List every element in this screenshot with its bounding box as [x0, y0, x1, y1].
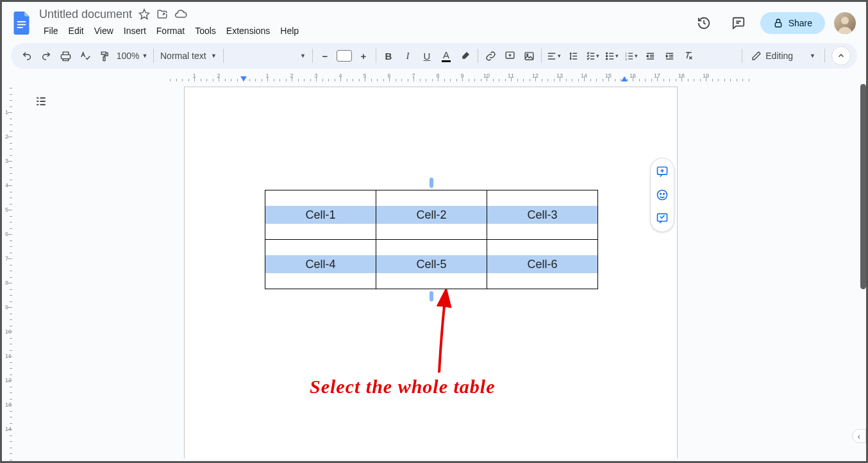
zoom-dropdown[interactable]: 100%▼: [113, 48, 151, 63]
add-comment-button[interactable]: [501, 47, 519, 65]
numbered-list-button[interactable]: 123▾: [622, 47, 640, 65]
annotation-text: Select the whole table: [310, 376, 495, 398]
star-icon[interactable]: [138, 8, 150, 20]
menu-edit[interactable]: Edit: [64, 23, 88, 38]
pencil-icon: [751, 51, 762, 61]
move-icon[interactable]: [156, 8, 168, 20]
svg-point-17: [658, 190, 667, 200]
suggest-edits-side-button[interactable]: [653, 208, 672, 228]
collapse-toolbar-button[interactable]: [831, 46, 851, 65]
bold-button[interactable]: B: [380, 47, 397, 65]
comment-icon[interactable]: [726, 10, 751, 36]
spellcheck-button[interactable]: [76, 47, 94, 65]
highlight-button[interactable]: [456, 47, 474, 65]
svg-rect-3: [775, 22, 781, 27]
toolbar: 100%▼ Normal text▼ ▼ − + B I U A ▾ ▾ ▾ 1…: [11, 43, 857, 69]
menu-help[interactable]: Help: [276, 23, 303, 38]
svg-rect-2: [17, 27, 23, 28]
editing-mode-dropdown[interactable]: Editing ▼: [745, 48, 822, 63]
first-line-indent-marker[interactable]: [240, 76, 247, 83]
svg-text:3: 3: [625, 57, 627, 60]
line-spacing-button[interactable]: [564, 47, 582, 65]
menu-tools[interactable]: Tools: [190, 23, 221, 38]
menu-format[interactable]: Format: [152, 23, 189, 38]
history-icon[interactable]: [691, 10, 717, 36]
vertical-scrollbar[interactable]: [860, 84, 866, 446]
align-button[interactable]: ▾: [545, 47, 563, 65]
print-button[interactable]: [56, 47, 74, 65]
table-cell[interactable]: Cell-4: [265, 240, 376, 289]
annotation-arrow: [413, 289, 465, 379]
undo-button[interactable]: [18, 47, 36, 65]
vertical-ruler[interactable]: 1234567891011121314: [3, 85, 13, 459]
increase-font-button[interactable]: +: [355, 47, 372, 65]
svg-point-4: [841, 17, 849, 24]
paragraph-style-dropdown[interactable]: Normal text▼: [156, 48, 221, 63]
document-title[interactable]: Untitled document: [39, 8, 132, 21]
expand-sidepanel-button[interactable]: ‹: [852, 429, 866, 443]
clear-formatting-button[interactable]: [680, 47, 697, 65]
font-dropdown[interactable]: ▼: [226, 50, 310, 62]
insert-link-button[interactable]: [481, 47, 499, 65]
svg-point-10: [606, 53, 607, 54]
cloud-status-icon[interactable]: [174, 8, 187, 20]
menu-extensions[interactable]: Extensions: [222, 23, 274, 38]
svg-rect-0: [17, 21, 26, 22]
title-bar: Untitled document File Edit View Insert …: [2, 2, 866, 40]
table-row[interactable]: Cell-4 Cell-5 Cell-6: [265, 240, 598, 289]
menu-insert[interactable]: Insert: [119, 23, 151, 38]
decrease-font-button[interactable]: −: [316, 47, 334, 65]
svg-point-19: [664, 194, 665, 195]
docs-logo-icon[interactable]: [10, 10, 35, 36]
svg-rect-1: [17, 24, 26, 26]
account-avatar[interactable]: [834, 12, 856, 34]
table-cell[interactable]: Cell-1: [265, 190, 376, 240]
menu-file[interactable]: File: [39, 23, 63, 38]
add-comment-side-button[interactable]: [653, 162, 672, 181]
selection-handle-top[interactable]: [430, 178, 433, 188]
bulleted-list-button[interactable]: ▾: [603, 47, 621, 65]
horizontal-ruler[interactable]: 2112345678910111213141516171819: [11, 72, 857, 83]
right-indent-marker[interactable]: [621, 76, 628, 83]
share-label: Share: [789, 18, 812, 28]
paint-format-button[interactable]: [95, 47, 113, 65]
increase-indent-button[interactable]: [660, 47, 678, 65]
svg-point-18: [660, 194, 662, 195]
font-size-input[interactable]: [337, 50, 352, 62]
table-cell[interactable]: Cell-3: [487, 190, 598, 240]
table-row[interactable]: Cell-1 Cell-2 Cell-3: [265, 190, 598, 240]
svg-point-9: [526, 54, 528, 55]
add-emoji-side-button[interactable]: [653, 185, 672, 205]
table-cell[interactable]: Cell-2: [376, 190, 487, 240]
svg-point-11: [606, 55, 607, 56]
checklist-button[interactable]: ▾: [583, 47, 601, 65]
insert-image-button[interactable]: [520, 47, 538, 65]
italic-button[interactable]: I: [399, 47, 417, 65]
side-actions-panel: [650, 158, 674, 232]
table-cell[interactable]: Cell-5: [376, 240, 487, 289]
menu-bar: File Edit View Insert Format Tools Exten…: [39, 22, 691, 40]
document-table[interactable]: Cell-1 Cell-2 Cell-3 Cell-4 Cell-5 Cell-…: [265, 190, 598, 289]
scrollbar-thumb[interactable]: [860, 84, 866, 289]
share-button[interactable]: Share: [760, 12, 825, 34]
redo-button[interactable]: [37, 47, 55, 65]
table-cell[interactable]: Cell-6: [487, 240, 598, 289]
underline-button[interactable]: U: [418, 47, 436, 65]
text-color-button[interactable]: A: [437, 47, 455, 65]
document-page[interactable]: Cell-1 Cell-2 Cell-3 Cell-4 Cell-5 Cell-…: [184, 87, 678, 459]
svg-rect-6: [103, 56, 105, 60]
lock-icon: [773, 18, 783, 28]
menu-view[interactable]: View: [90, 23, 118, 38]
show-outline-button[interactable]: [31, 92, 51, 111]
decrease-indent-button[interactable]: [641, 47, 659, 65]
svg-point-12: [606, 58, 607, 59]
